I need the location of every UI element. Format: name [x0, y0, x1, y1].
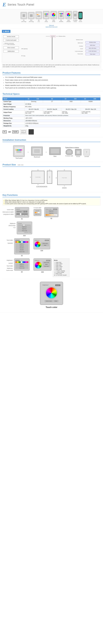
- product-size-section: Product Size Unit: mm ←86→ Front View 86…: [0, 162, 103, 192]
- lbus-title: L-BUS: [2, 30, 10, 33]
- specs-col-e3: E3: [61, 97, 70, 100]
- lbus-diagram: Wireless remote E series touch panel — W…: [2, 34, 101, 62]
- product-e2: E2(CT): [36, 12, 42, 22]
- e3s-panel-label: E3S: [41, 250, 43, 252]
- label-e2: E2(CT): [38, 20, 40, 22]
- star-icon-2: ★: [4, 201, 5, 203]
- specs-cell: Package Size: [3, 122, 24, 124]
- install-arrow-2: →: [45, 150, 47, 154]
- specs-cell-weight: 225g: [24, 124, 100, 127]
- size-label-e4-group: E4/E4S: [62, 187, 66, 189]
- label-app: APPremote: [79, 20, 82, 22]
- key-functions-title: Key Functions: [2, 194, 100, 197]
- specs-col-e3s: E3S: [70, 97, 81, 100]
- specs-cell-pkg: L113×W112×H50(mm): [24, 122, 100, 124]
- output-timer: Timer driver: [86, 53, 100, 55]
- mode-9: RGB Colour: [56, 273, 68, 274]
- product-app-remote: APPremote: [78, 12, 82, 22]
- e2-panel-label: E2: [50, 218, 52, 219]
- size-label-e1-group: E1/E15/E2/E3/E3S: [36, 186, 48, 188]
- panel-e2-demo: CT touch slider ON/OFF Brightness+ Scene…: [34, 207, 58, 220]
- label-european: European style: [65, 155, 73, 156]
- specs-cell-e4-out: D-36W Z(W×4H)Max. 288W: [81, 110, 100, 114]
- panels-row-e15: Brightness shortcut keys +I-O ON/OFF Bri…: [2, 222, 100, 236]
- specs-cell-freq: RF 2.4Ghz: [24, 105, 100, 108]
- output-dmx-driver: DMX driver: [86, 44, 100, 46]
- output-wireless-driver: Wireless driver: [86, 41, 100, 44]
- key-functions-section: Key Functions ★ When blue indicator ligh…: [0, 192, 103, 313]
- cert-fc: FC: [2, 130, 7, 133]
- key-func-notes: ★ When blue indicator light of ① key is …: [2, 198, 100, 206]
- label-e4: E4(RGBW): [59, 20, 63, 22]
- specs-cell-e2-cur: 4A×2CH Max.8A: [43, 108, 61, 110]
- feature-2: Power output, lamps can be controlled di…: [5, 79, 100, 81]
- touch-color-text-label: Touch color: [46, 306, 57, 308]
- installation-title: Installation Instruction: [2, 139, 100, 142]
- specs-cell-protection: Short circuit / Over current protection,…: [24, 114, 100, 117]
- mode-4: Static Yellow: [56, 266, 68, 267]
- output-dali: DALI LED driver: [86, 47, 100, 49]
- e3-panel-label: E3: [21, 255, 23, 256]
- size-e1-group: ←86→ Front View 86 25 ←35→ Side: [32, 169, 52, 188]
- manual-website: www.ltech-led.com: [1, 26, 102, 28]
- install-touch-panel: Touch panel: [13, 145, 25, 159]
- typical-base-label: Typical base as below:: [65, 147, 79, 148]
- label-e1: E1(Dimming): [22, 20, 26, 22]
- specs-cell-e3-ct: RGB: [61, 100, 81, 103]
- feature-1: 2 in 1 function: RF wireless control and…: [5, 76, 100, 78]
- product-features-section: Product Features 2 in 1 function: RF wir…: [0, 70, 103, 91]
- cert-patent: 专利产品违者必究: [20, 130, 27, 134]
- e15-panel-label: E15: [23, 235, 26, 236]
- panels-row-e4-e4s: Brightness+ ON/OFF Touch slider Brightne…: [2, 258, 100, 277]
- label-86: 86 size: [76, 156, 80, 157]
- specs-title: Technical Specs: [2, 93, 100, 96]
- specs-col-e4s: E4S: [90, 97, 100, 100]
- specs-cell-e2-ct: CT: [43, 100, 61, 103]
- specs-cell: Wireless Frequency: [3, 105, 24, 108]
- product-e1-image: [20, 12, 27, 19]
- mode-5: Static Cyan: [56, 268, 68, 269]
- diagram-mobile-phone: Mobile phone: [3, 50, 19, 52]
- install-label-base: Base: [54, 156, 56, 157]
- technical-specs-section: Technical Specs Model E1 E15 E2 E3 E3S E…: [0, 91, 103, 137]
- install-arrow-1: →: [27, 150, 29, 154]
- touch-color-label-panel: Touch color: [42, 266, 50, 267]
- touch-color-display: Brightness+ ON/OFF Scene-mode Mode Touch…: [40, 282, 63, 308]
- specs-cell-temp: -20°C~55°C: [24, 117, 100, 120]
- mode-8: 7 Colors Fading: [56, 272, 68, 273]
- cert-ce: CE: [8, 131, 11, 133]
- product-images-row: E1(Dimming) E15(Dimming) E2(CT): [0, 10, 103, 24]
- specs-cell-e1-cur: 4A×1CH Max.8A: [24, 108, 43, 110]
- lbus-section: L-BUS Wireless remote E series touch pan…: [0, 28, 103, 70]
- output-0-10v: 0-10V LED driver: [86, 50, 100, 52]
- specs-col-model: Model: [3, 97, 24, 100]
- specs-cell-e4-cur: 3A×4CH Max.12A: [81, 108, 100, 110]
- size-title: Product Size Unit: mm: [2, 164, 100, 167]
- diagram-direct-connect: Direct connect: [3, 46, 19, 49]
- mode-1: Static Red: [56, 262, 68, 263]
- mode-list-title: Mode: [54, 260, 68, 261]
- specs-row-temp: Working Temp. -20°C~55°C: [3, 117, 100, 120]
- product-e3: E3(RGB): [43, 11, 50, 22]
- install-baseboard: Baseboard: [31, 146, 43, 158]
- install-label-baseboard: Baseboard: [34, 156, 40, 158]
- specs-row-pkg: Package Size L113×W112×H50(mm): [3, 122, 100, 124]
- specs-cell-e3-cur: 3A×3CH Max.12A: [61, 108, 81, 110]
- panel-e4s-section: Brightness+ ON/OFF Scene-mode Mode Touch…: [34, 258, 70, 277]
- panel-e15-demo: Brightness shortcut keys +I-O ON/OFF Bri…: [2, 222, 32, 236]
- mode-10: 11 Full-color Smooth: [56, 274, 68, 276]
- star-icon-3: ★: [4, 203, 5, 204]
- typical-base-section: Typical base as below: European style: [65, 147, 90, 157]
- label-e4s: E4S(RGBW): [67, 20, 70, 22]
- header: E Series Touch Panel: [0, 0, 103, 10]
- specs-row-control: Control Type Dimming CT RGB RGBW: [3, 100, 100, 103]
- installation-diagram: Touch panel → Baseboard → Base: [2, 144, 100, 160]
- cert-rohs: RoHS: [12, 130, 18, 133]
- specs-cell-dim: L86×W86×H34(mm): [24, 120, 100, 122]
- note-2: ★ When white indicator light of ① key is…: [4, 201, 100, 203]
- specs-cell-e1-out: 12-48V N(W×2H)Max. 192W: [24, 110, 43, 114]
- diagram-wireless-remote: Wireless remote: [3, 35, 19, 38]
- diagram-dmx512: DMX512: [50, 35, 56, 37]
- panels-row-e3: Touch slider Saturation ON/OFF Brightnes…: [2, 238, 100, 256]
- specs-cell: Weight(G.W.): [3, 124, 24, 127]
